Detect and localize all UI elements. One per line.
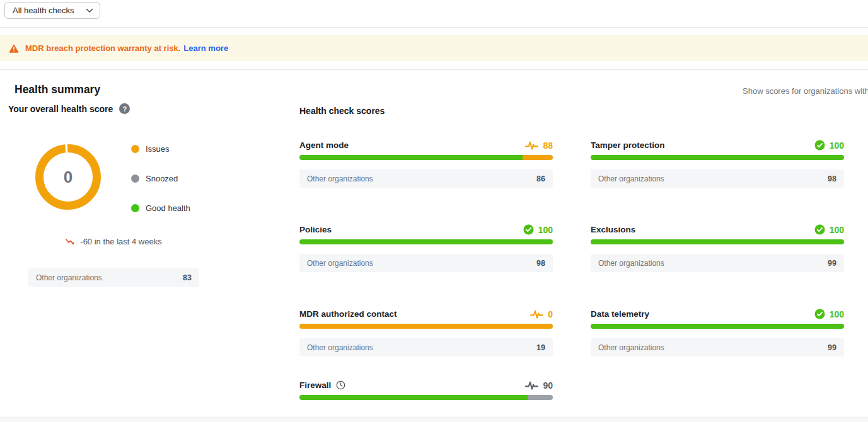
health-dashboard: All health checks MDR breach protection … [0, 0, 868, 422]
check-score: 100 [830, 225, 844, 235]
health-check-card[interactable]: MDR authorized contact [299, 309, 553, 356]
legend-item-good-health: Good health [131, 203, 190, 213]
check-comparison-bar: Other organizations 98 [591, 169, 844, 188]
check-comparison-bar: Other organizations 99 [591, 254, 844, 272]
score-progress-bar [299, 239, 553, 244]
comparison-value: 19 [536, 343, 545, 352]
snoozed-dot-icon [131, 174, 139, 183]
progress-fill [299, 239, 553, 244]
check-title: Firewall [299, 380, 331, 390]
comparison-value: 86 [536, 174, 545, 183]
comparison-label: Other organizations [598, 259, 664, 268]
progress-remainder [523, 155, 553, 160]
summary-comparison-bar: Other organizations 83 [28, 268, 199, 287]
comparison-label: Other organizations [36, 273, 102, 282]
trend-row: -60 in the last 4 weeks [28, 237, 199, 246]
score-progress-bar [591, 324, 844, 329]
health-donut-chart: 0 [35, 144, 101, 210]
check-header: Tamper protection [591, 140, 844, 151]
banner-message: MDR breach protection warranty at risk. [25, 43, 180, 53]
legend-label: Good health [146, 203, 190, 213]
legend-item-snoozed: Snoozed [131, 173, 178, 183]
bottom-strip [0, 418, 868, 422]
snoozed-clock-icon[interactable] [336, 380, 345, 390]
filter-dropdown-label: All health checks [13, 6, 74, 15]
check-score: 90 [543, 380, 553, 391]
check-score: 100 [830, 140, 844, 151]
comparison-label: Other organizations [598, 343, 664, 352]
show-scores-note: Show scores for organizations with [743, 86, 868, 96]
pulse-icon [530, 310, 543, 319]
check-title: MDR authorized contact [299, 309, 397, 319]
warning-triangle-icon [9, 43, 19, 53]
progress-remainder [528, 395, 553, 400]
check-title: Policies [299, 225, 332, 234]
check-header: MDR authorized contact [299, 309, 553, 319]
overall-score-row: Your overall health score ? [8, 103, 130, 114]
check-title: Exclusions [591, 225, 635, 234]
check-header: Policies [299, 224, 553, 235]
score-progress-bar [299, 324, 553, 329]
legend-label: Snoozed [146, 174, 178, 183]
check-circle-icon [814, 140, 825, 151]
health-check-card[interactable]: Agent mode [299, 140, 553, 188]
comparison-label: Other organizations [307, 259, 373, 268]
health-check-card[interactable]: Policies [299, 224, 553, 272]
donut-value: 0 [35, 144, 101, 210]
score-progress-bar [591, 155, 844, 160]
health-check-scores-title: Health check scores [299, 106, 385, 116]
check-header: Agent mode [299, 140, 553, 151]
progress-fill [299, 395, 528, 400]
check-header: Exclusions [591, 224, 844, 235]
check-circle-icon [814, 224, 825, 235]
check-comparison-bar: Other organizations 98 [299, 254, 553, 272]
legend-item-issues: Issues [131, 144, 170, 154]
banner-divider [0, 69, 868, 70]
progress-fill [591, 324, 844, 329]
comparison-value: 98 [536, 259, 545, 268]
score-progress-bar [591, 239, 844, 244]
comparison-label: Other organizations [598, 174, 664, 183]
health-check-card[interactable]: Data telemetry [591, 309, 844, 356]
help-question-icon[interactable]: ? [119, 103, 130, 114]
check-score: 0 [548, 309, 553, 319]
trend-text: -60 in the last 4 weeks [80, 237, 161, 246]
top-divider [0, 27, 868, 28]
check-comparison-bar: Other organizations 86 [299, 169, 553, 188]
check-score: 100 [538, 225, 553, 235]
chevron-down-icon [86, 8, 93, 13]
check-circle-icon [814, 309, 825, 319]
progress-fill [591, 239, 844, 244]
check-score: 100 [830, 309, 844, 319]
progress-remainder [299, 324, 553, 329]
comparison-value: 98 [828, 174, 836, 183]
mdr-warranty-banner: MDR breach protection warranty at risk. … [0, 35, 868, 61]
health-check-card[interactable]: Exclusions [591, 224, 844, 272]
trend-down-icon [66, 238, 75, 245]
comparison-value: 99 [828, 343, 836, 352]
check-comparison-bar: Other organizations 99 [591, 338, 844, 356]
health-checks-filter-dropdown[interactable]: All health checks [4, 2, 100, 19]
check-title: Tamper protection [591, 140, 665, 150]
check-header: Data telemetry [591, 309, 844, 319]
check-title: Agent mode [299, 140, 349, 150]
health-summary-title: Health summary [14, 83, 100, 96]
pulse-icon [525, 381, 538, 390]
pulse-icon [525, 141, 538, 150]
health-check-card[interactable]: Firewall [299, 380, 553, 400]
health-check-card[interactable]: Tamper protection [591, 140, 844, 188]
overall-score-label: Your overall health score [8, 104, 113, 114]
good-health-dot-icon [131, 204, 139, 212]
check-score: 88 [543, 140, 553, 151]
check-header: Firewall [299, 380, 553, 391]
comparison-label: Other organizations [307, 343, 373, 352]
comparison-value: 99 [828, 259, 836, 268]
score-progress-bar [299, 395, 553, 400]
comparison-label: Other organizations [307, 174, 373, 183]
progress-fill [299, 155, 523, 160]
check-comparison-bar: Other organizations 19 [299, 338, 553, 356]
learn-more-link[interactable]: Learn more [183, 43, 228, 53]
score-progress-bar [299, 155, 553, 160]
comparison-value: 83 [183, 273, 192, 282]
legend-label: Issues [146, 144, 170, 154]
